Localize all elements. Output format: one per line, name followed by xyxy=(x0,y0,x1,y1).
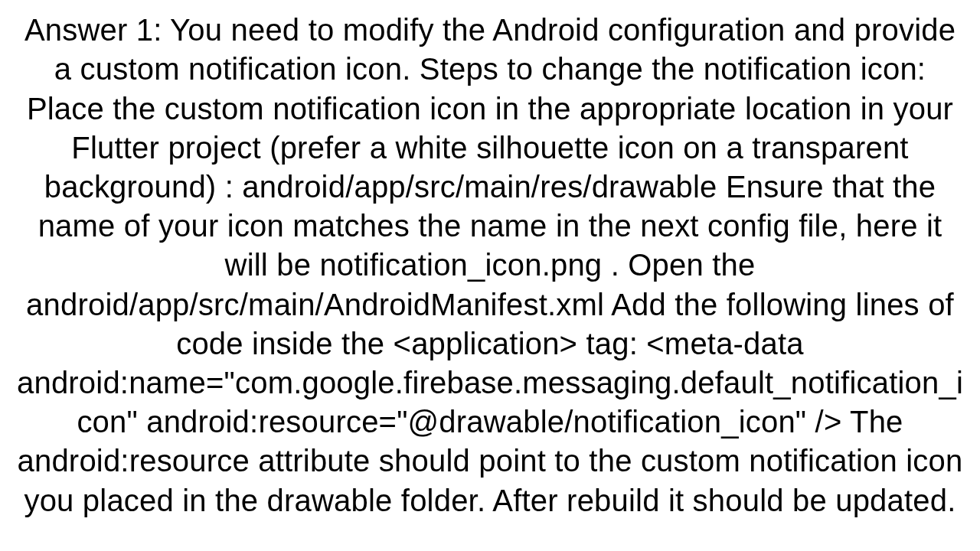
document-viewport: Answer 1: You need to modify the Android… xyxy=(0,0,980,551)
answer-body-text: Answer 1: You need to modify the Android… xyxy=(15,11,965,520)
